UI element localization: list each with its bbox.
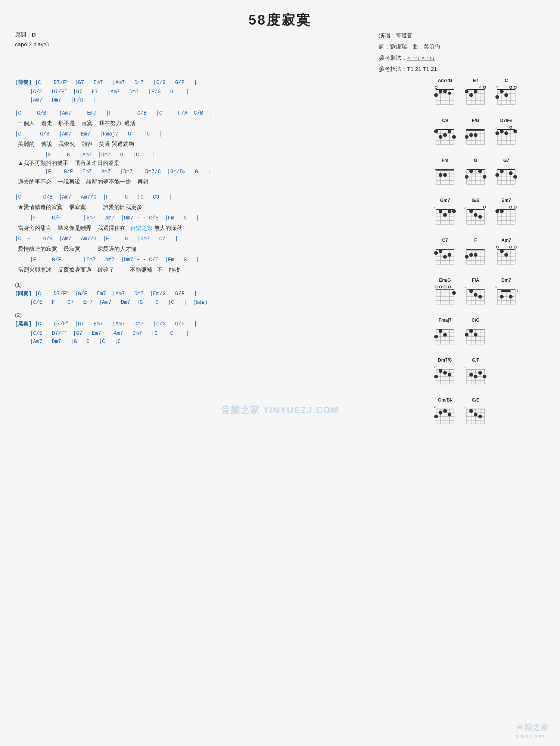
chord-row-4: Gm7 x <box>433 198 545 231</box>
svg-point-41 <box>510 86 512 88</box>
svg-text:×: × <box>434 405 436 409</box>
svg-point-191 <box>448 253 451 257</box>
chord-E7: E7 × <box>464 78 488 111</box>
chord-row-6: Em/G <box>433 278 545 311</box>
chord-row-7: Fmaj7 <box>433 318 545 351</box>
chord-CE: C/E × <box>464 397 488 431</box>
svg-point-132 <box>509 171 513 175</box>
svg-point-148 <box>452 209 456 213</box>
watermark-bottom: 音樂之家 yinyuezj.com <box>516 722 549 739</box>
chord-GmBb: Gm/B♭ × <box>433 397 457 431</box>
svg-point-320 <box>483 375 486 378</box>
chord-Dm7: Dm7 × 5 <box>494 278 518 311</box>
interlude-line1: [間奏] |C D7/F# |G/F Em7 |Am7 Dm7 |Em/G G/… <box>15 289 422 298</box>
chord-C7: C7 <box>433 238 457 271</box>
chord-row-3: Fm <box>433 158 545 191</box>
svg-point-304 <box>448 373 451 377</box>
svg-point-289 <box>469 329 473 333</box>
performer: 演唱：符瓊音 <box>379 30 441 41</box>
v1-c3: |F G |Am7 |Dm7 G |C | <box>15 151 422 159</box>
svg-point-43 <box>500 90 504 93</box>
svg-point-333 <box>443 409 447 413</box>
svg-point-59 <box>443 133 447 137</box>
svg-text:×: × <box>496 85 498 89</box>
svg-point-74 <box>474 133 477 137</box>
chord-EmG: Em/G <box>433 278 457 311</box>
outro-section: (2) [尾奏] |C D7/F# |G7 Em7 |Am7 Dm7 |C/G … <box>15 312 422 346</box>
svg-point-221 <box>435 286 437 288</box>
svg-point-11 <box>434 93 438 97</box>
svg-point-10 <box>435 86 437 88</box>
svg-point-277 <box>434 335 438 338</box>
svg-point-302 <box>439 369 442 373</box>
chord-row-9: Gm/B♭ × <box>433 397 545 431</box>
main-content: [前奏] |C D7/F# |G7 Em7 |Am7 Dm7 |C/G G/F … <box>15 78 545 437</box>
svg-point-290 <box>474 333 477 337</box>
svg-text:5: 5 <box>517 289 518 293</box>
svg-rect-262 <box>501 290 511 292</box>
svg-point-77 <box>510 126 512 128</box>
ch1-c4: |F G/F |Em7 Am7 |Dm7 - - C/E |Fm G | <box>15 256 422 264</box>
svg-point-275 <box>439 329 442 333</box>
svg-point-248 <box>474 293 477 297</box>
svg-point-334 <box>448 413 451 416</box>
v1-l1: 一個人 遊走 那不是 落寞 我在努力 過活 <box>15 118 422 128</box>
svg-text:×: × <box>495 285 497 289</box>
svg-point-208 <box>514 246 516 248</box>
prelude-line2: |C/E D7/F# |G7 E7 |Am7 Dm7 |F/G G | <box>15 87 422 96</box>
chord-GB: G/B x <box>464 198 488 231</box>
svg-point-165 <box>514 206 516 208</box>
v1-l4: 過去的事不必 一說再說 該醒的夢不能一錯 再錯 <box>15 177 422 187</box>
svg-point-349 <box>478 415 482 418</box>
v1-c4: |F G/F |Em7 Am7 |Dm7 Dm7/C |Gm/B♭ G | <box>15 168 422 176</box>
svg-point-317 <box>469 373 473 377</box>
svg-text:×: × <box>495 126 497 129</box>
svg-point-73 <box>469 133 473 137</box>
svg-point-190 <box>443 255 447 259</box>
chord-D7Fsharp: D7/F# × <box>494 118 518 151</box>
svg-point-220 <box>504 253 508 257</box>
svg-point-203 <box>469 253 473 257</box>
chord-row-2: C9 x <box>433 118 545 151</box>
svg-text:3: 3 <box>517 169 518 173</box>
svg-point-57 <box>434 129 438 133</box>
svg-point-150 <box>483 206 486 208</box>
v1-c1: |C G/B |Am7 Em7 |F G/B |C - F/A G/B | <box>15 109 422 117</box>
svg-point-13 <box>443 90 447 93</box>
chord-G: G <box>464 158 488 191</box>
left-content: [前奏] |C D7/F# |G7 Em7 |Am7 Dm7 |C/G G/F … <box>15 78 429 437</box>
svg-point-162 <box>474 213 477 217</box>
svg-point-27 <box>465 90 469 93</box>
svg-point-75 <box>465 135 469 139</box>
svg-point-12 <box>439 90 442 93</box>
chorus1: |C - G/B |Am7 Am7/G |F G |C C9 | ★愛情釀造的寂… <box>15 193 422 275</box>
chord-FA: F/A × <box>464 278 488 311</box>
capo-info: capo:2 play:C <box>15 40 49 49</box>
svg-text:x: x <box>464 206 466 209</box>
v1-special: ▲我不再顫抖的雙手 還留著昨日的溫柔 <box>15 160 422 167</box>
svg-point-207 <box>510 246 512 248</box>
meta-left: 原調：D capo:2 play:C <box>15 30 49 49</box>
chord-Am7G: Am7/G <box>433 78 457 111</box>
svg-text:x: x <box>434 206 436 209</box>
svg-point-118 <box>483 175 486 179</box>
chord-Fmaj7: Fmaj7 <box>433 318 457 351</box>
song-title: 58度寂寞 <box>15 11 545 29</box>
chord-Em7: Em7 <box>494 198 518 231</box>
verse1: |C G/B |Am7 Em7 |F G/B |C - F/A G/B | 一個… <box>15 109 422 187</box>
prelude-line1: [前奏] |C D7/F# |G7 Em7 |Am7 Dm7 |C/G G/F … <box>15 78 422 87</box>
svg-point-103 <box>439 173 442 177</box>
svg-point-235 <box>452 291 456 295</box>
svg-point-305 <box>434 375 438 378</box>
outro-line1: [尾奏] |C D7/F# |G7 Em7 |Am7 Dm7 |C/G G/F … <box>15 319 422 328</box>
ch1-l4: 當烈火與寒冰 反覆擦身而過 破碎了 不能彌補 不 能收 <box>15 265 422 275</box>
chord-Gm7: Gm7 x <box>433 198 457 231</box>
svg-point-44 <box>504 93 508 97</box>
svg-point-115 <box>465 175 469 179</box>
strum-pattern: 參考刷法：× ↑↑↓ × ↑↑↓ <box>379 52 441 63</box>
chord-CG: C/G <box>464 318 488 351</box>
svg-point-332 <box>439 411 442 415</box>
ch1-c3: |C - G/B |Am7 Am7/G |F G |Gm7 C7 | <box>15 235 422 243</box>
svg-point-276 <box>443 333 447 337</box>
ch1-l2: 當身旁的甜言 聽來像是嘲弄 我選擇住在 音樂之家 無人的深秋 <box>15 223 422 233</box>
